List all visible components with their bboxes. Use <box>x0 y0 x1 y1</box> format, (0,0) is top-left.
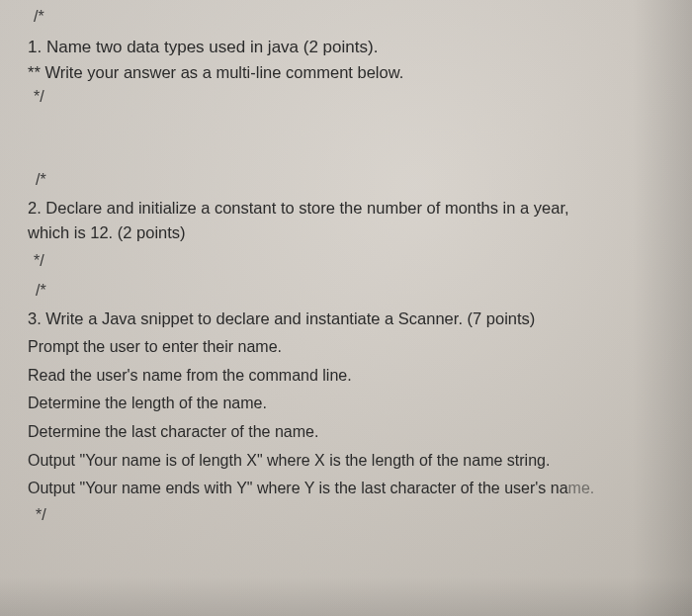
q2-comment-close: */ <box>34 252 664 270</box>
q1-title: 1. Name two data types used in java (2 p… <box>28 38 664 57</box>
q3-line: Determine the length of the name. <box>28 393 664 414</box>
q3-title: 3. Write a Java snippet to declare and i… <box>28 308 664 329</box>
q1-comment-open: /* <box>34 8 664 26</box>
question-2: 2. Declare and initialize a constant to … <box>28 199 664 270</box>
question-1: 1. Name two data types used in java (2 p… <box>28 38 664 106</box>
spacer <box>28 270 664 282</box>
q3-line: Output "Your name is of length X" where … <box>28 450 664 472</box>
q3-line: Output "Your name ends with Y" where Y i… <box>28 478 664 499</box>
q3-line7-faded: me. <box>568 480 595 496</box>
q3-line: Prompt the user to enter their name. <box>28 336 664 358</box>
q3-line7-main: Output "Your name ends with Y" where Y i… <box>28 480 568 496</box>
spacer <box>28 110 664 171</box>
question-3: 3. Write a Java snippet to declare and i… <box>28 308 664 524</box>
q2-sub: which is 12. (2 points) <box>28 223 664 242</box>
q1-comment-close: */ <box>34 88 664 106</box>
q3-comment-close: */ <box>36 506 664 524</box>
q3-comment-open: /* <box>36 282 664 300</box>
q3-line: Read the user's name from the command li… <box>28 365 664 387</box>
q3-line: Determine the last character of the name… <box>28 421 664 443</box>
q2-comment-open: /* <box>36 171 664 189</box>
q2-title: 2. Declare and initialize a constant to … <box>28 199 664 218</box>
q1-instruction: ** Write your answer as a multi-line com… <box>28 63 664 82</box>
vignette-bottom <box>0 576 692 616</box>
document-content: /* 1. Name two data types used in java (… <box>28 8 664 524</box>
